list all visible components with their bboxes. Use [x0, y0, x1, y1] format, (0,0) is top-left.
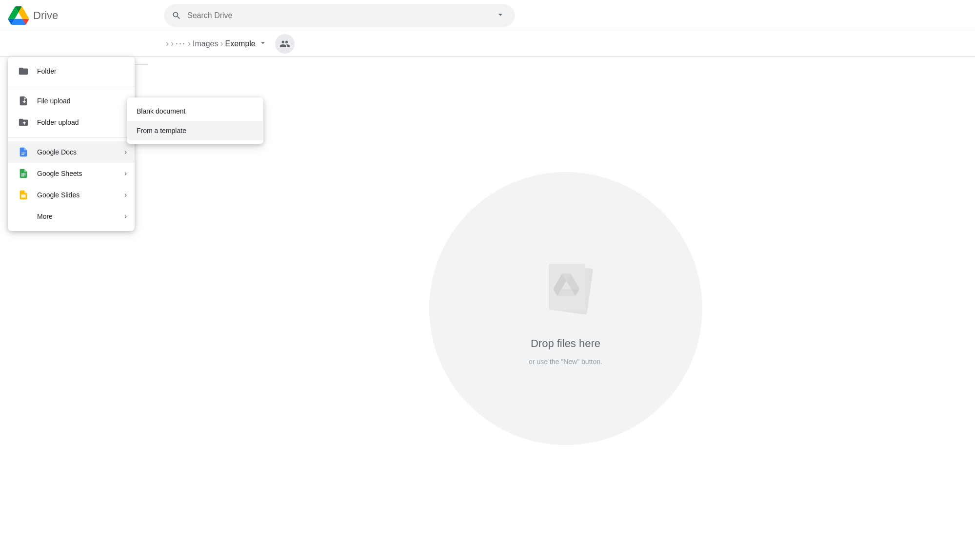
menu-item-google-docs[interactable]: Google Docs ›: [8, 141, 135, 163]
logo-area: Drive: [8, 6, 164, 25]
search-icon: [172, 11, 181, 20]
svg-rect-7: [21, 194, 25, 197]
app-title: Drive: [33, 9, 58, 22]
share-button[interactable]: [275, 34, 295, 54]
menu-item-folder-upload-label: Folder upload: [37, 118, 79, 126]
more-chevron-icon: ›: [124, 212, 127, 221]
menu-item-more[interactable]: More ›: [8, 206, 135, 227]
breadcrumb-current-label: Exemple: [225, 39, 255, 48]
main-content: Drop files here or use the "New" button.: [156, 57, 975, 560]
docs-submenu: Blank document From a template: [127, 97, 263, 144]
header: Drive: [0, 0, 975, 31]
menu-item-google-slides[interactable]: Google Slides ›: [8, 184, 135, 206]
google-docs-icon: [18, 146, 29, 158]
submenu-blank-document-label: Blank document: [137, 107, 185, 115]
submenu-item-blank-document[interactable]: Blank document: [127, 101, 263, 121]
folder-upload-icon: [18, 116, 29, 128]
drop-zone-title: Drop files here: [531, 337, 600, 350]
menu-item-google-sheets-label: Google Sheets: [37, 170, 82, 177]
menu-item-folder-upload[interactable]: Folder upload: [8, 112, 135, 133]
svg-rect-2: [549, 264, 585, 310]
menu-item-folder-label: Folder: [37, 67, 57, 75]
drive-logo-icon: [8, 6, 29, 25]
google-sheets-chevron-icon: ›: [124, 169, 127, 178]
breadcrumb-chevron-1: ›: [166, 39, 169, 49]
breadcrumb-bar: › › ··· › Images › Exemple: [0, 31, 975, 57]
breadcrumb-dots[interactable]: ···: [176, 39, 186, 49]
google-slides-icon: [18, 189, 29, 201]
menu-divider-2: [8, 137, 135, 137]
breadcrumb-current: Exemple: [225, 39, 267, 49]
more-icon: [18, 211, 29, 222]
search-input[interactable]: [187, 11, 488, 20]
submenu-item-from-template[interactable]: From a template: [127, 121, 263, 140]
breadcrumb-chevron-2: ›: [171, 39, 174, 49]
breadcrumb-chevron-4: ›: [220, 39, 223, 49]
menu-item-more-label: More: [37, 212, 53, 220]
menu-divider-1: [8, 86, 135, 86]
breadcrumb-dropdown-button[interactable]: [259, 39, 267, 49]
submenu-from-template-label: From a template: [137, 127, 186, 135]
drop-zone-subtitle: or use the "New" button.: [529, 358, 602, 366]
menu-item-google-docs-label: Google Docs: [37, 148, 77, 156]
google-slides-chevron-icon: ›: [124, 191, 127, 199]
menu-item-google-sheets[interactable]: Google Sheets ›: [8, 163, 135, 184]
drop-zone-drive-icon: [527, 251, 605, 329]
breadcrumb-chevron-3: ›: [188, 39, 191, 49]
menu-item-folder[interactable]: Folder: [8, 60, 135, 82]
drop-zone: Drop files here or use the "New" button.: [429, 172, 702, 445]
search-bar: [164, 4, 515, 27]
breadcrumb-images[interactable]: Images: [193, 39, 218, 48]
svg-rect-5: [21, 176, 24, 176]
search-dropdown-button[interactable]: [494, 8, 507, 23]
folder-icon: [18, 65, 29, 77]
new-dropdown-menu: Folder File upload Folder upload: [8, 57, 135, 231]
menu-item-google-slides-label: Google Slides: [37, 191, 80, 199]
menu-item-file-upload-label: File upload: [37, 97, 71, 105]
google-docs-chevron-icon: ›: [124, 148, 127, 156]
menu-item-file-upload[interactable]: File upload: [8, 90, 135, 112]
breadcrumb-item: ›: [166, 39, 169, 49]
file-upload-icon: [18, 95, 29, 107]
google-sheets-icon: [18, 168, 29, 179]
